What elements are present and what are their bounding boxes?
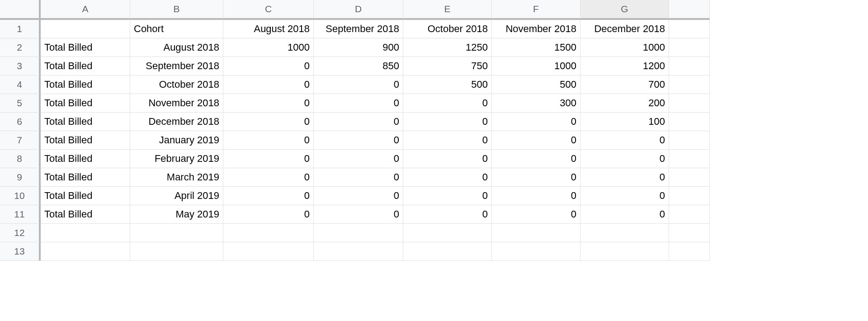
cell-D13[interactable] [314,242,403,261]
cell-B4[interactable]: October 2018 [130,76,223,94]
cell-B9[interactable]: March 2019 [130,168,223,187]
cell-E5[interactable]: 0 [403,94,492,113]
row-header-9[interactable]: 9 [0,168,41,187]
cell-F8[interactable]: 0 [492,150,580,168]
cell-C2[interactable]: 1000 [223,38,314,57]
cell-D6[interactable]: 0 [314,113,403,131]
spreadsheet-grid[interactable]: ABCDEFG1CohortAugust 2018September 2018O… [0,0,868,261]
cell-B10[interactable]: April 2019 [130,187,223,205]
cell-E3[interactable]: 750 [403,57,492,76]
cell-G5[interactable]: 200 [580,94,669,113]
cell-C4[interactable]: 0 [223,76,314,94]
cell-tail-7[interactable] [669,131,710,150]
cell-E13[interactable] [403,242,492,261]
cell-G9[interactable]: 0 [580,168,669,187]
cell-tail-9[interactable] [669,168,710,187]
cell-A7[interactable]: Total Billed [41,131,130,150]
row-header-8[interactable]: 8 [0,150,41,168]
cell-A4[interactable]: Total Billed [41,76,130,94]
cell-B2[interactable]: August 2018 [130,38,223,57]
cell-G10[interactable]: 0 [580,187,669,205]
cell-tail-6[interactable] [669,113,710,131]
cell-B13[interactable] [130,242,223,261]
row-header-7[interactable]: 7 [0,131,41,150]
select-all-corner[interactable] [0,0,41,20]
cell-E2[interactable]: 1250 [403,38,492,57]
cell-tail-10[interactable] [669,187,710,205]
cell-tail-11[interactable] [669,205,710,224]
cell-B7[interactable]: January 2019 [130,131,223,150]
cell-D4[interactable]: 0 [314,76,403,94]
cell-D1[interactable]: September 2018 [314,20,403,38]
cell-C5[interactable]: 0 [223,94,314,113]
cell-tail-1[interactable] [669,20,710,38]
row-header-2[interactable]: 2 [0,38,41,57]
cell-D11[interactable]: 0 [314,205,403,224]
cell-A9[interactable]: Total Billed [41,168,130,187]
cell-B3[interactable]: September 2018 [130,57,223,76]
cell-D10[interactable]: 0 [314,187,403,205]
cell-G8[interactable]: 0 [580,150,669,168]
row-header-11[interactable]: 11 [0,205,41,224]
cell-D5[interactable]: 0 [314,94,403,113]
cell-A3[interactable]: Total Billed [41,57,130,76]
row-header-1[interactable]: 1 [0,20,41,38]
column-header-C[interactable]: C [223,0,314,20]
cell-D9[interactable]: 0 [314,168,403,187]
cell-A2[interactable]: Total Billed [41,38,130,57]
cell-C12[interactable] [223,224,314,242]
column-header-A[interactable]: A [41,0,130,20]
cell-B1[interactable]: Cohort [130,20,223,38]
cell-tail-3[interactable] [669,57,710,76]
cell-G11[interactable]: 0 [580,205,669,224]
cell-F10[interactable]: 0 [492,187,580,205]
cell-A10[interactable]: Total Billed [41,187,130,205]
cell-tail-5[interactable] [669,94,710,113]
row-header-3[interactable]: 3 [0,57,41,76]
cell-D7[interactable]: 0 [314,131,403,150]
cell-C11[interactable]: 0 [223,205,314,224]
column-header-F[interactable]: F [492,0,580,20]
cell-C3[interactable]: 0 [223,57,314,76]
row-header-12[interactable]: 12 [0,224,41,242]
cell-B5[interactable]: November 2018 [130,94,223,113]
cell-B8[interactable]: February 2019 [130,150,223,168]
cell-B6[interactable]: December 2018 [130,113,223,131]
cell-tail-13[interactable] [669,242,710,261]
cell-G1[interactable]: December 2018 [580,20,669,38]
cell-C6[interactable]: 0 [223,113,314,131]
cell-G6[interactable]: 100 [580,113,669,131]
cell-E10[interactable]: 0 [403,187,492,205]
row-header-10[interactable]: 10 [0,187,41,205]
cell-tail-8[interactable] [669,150,710,168]
cell-F2[interactable]: 1500 [492,38,580,57]
row-header-13[interactable]: 13 [0,242,41,261]
cell-A6[interactable]: Total Billed [41,113,130,131]
cell-E7[interactable]: 0 [403,131,492,150]
column-header-B[interactable]: B [130,0,223,20]
row-header-6[interactable]: 6 [0,113,41,131]
cell-tail-2[interactable] [669,38,710,57]
cell-B12[interactable] [130,224,223,242]
cell-C1[interactable]: August 2018 [223,20,314,38]
cell-C8[interactable]: 0 [223,150,314,168]
cell-C7[interactable]: 0 [223,131,314,150]
cell-F7[interactable]: 0 [492,131,580,150]
cell-F11[interactable]: 0 [492,205,580,224]
cell-D12[interactable] [314,224,403,242]
cell-C13[interactable] [223,242,314,261]
cell-A13[interactable] [41,242,130,261]
cell-C10[interactable]: 0 [223,187,314,205]
cell-tail-12[interactable] [669,224,710,242]
cell-tail-4[interactable] [669,76,710,94]
cell-A11[interactable]: Total Billed [41,205,130,224]
row-header-5[interactable]: 5 [0,94,41,113]
cell-A8[interactable]: Total Billed [41,150,130,168]
cell-F13[interactable] [492,242,580,261]
cell-E1[interactable]: October 2018 [403,20,492,38]
column-header-D[interactable]: D [314,0,403,20]
cell-F9[interactable]: 0 [492,168,580,187]
column-header-blank[interactable] [669,0,710,20]
cell-G3[interactable]: 1200 [580,57,669,76]
cell-E6[interactable]: 0 [403,113,492,131]
